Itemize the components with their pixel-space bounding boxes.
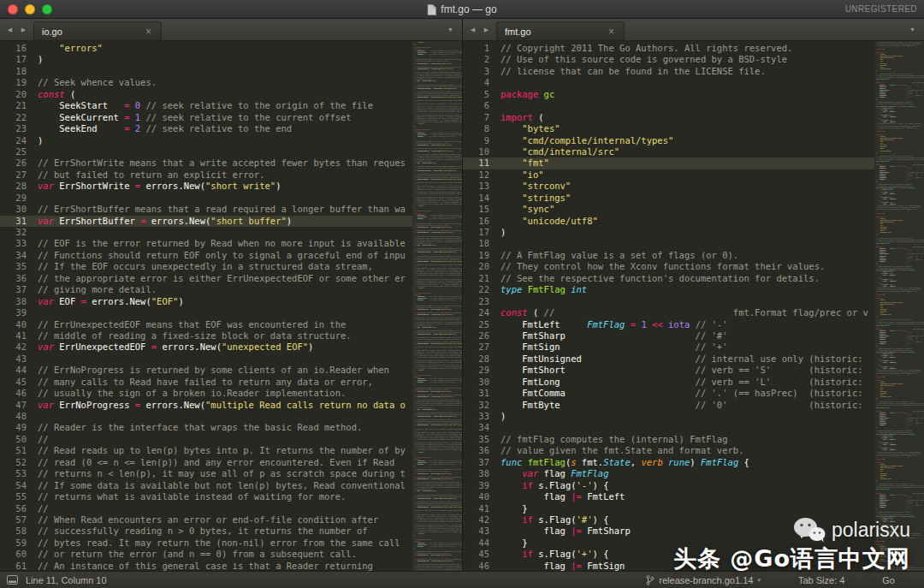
code-line[interactable]: // returns what is available instead of …: [38, 491, 412, 502]
code-line[interactable]: FmtUnsigned // internal use only (histor…: [500, 353, 874, 365]
minimize-window-button[interactable]: [25, 4, 35, 15]
code-line[interactable]: "bytes": [500, 123, 874, 134]
code-line[interactable]: // When Read encounters an error or end-…: [38, 514, 412, 526]
code-line[interactable]: func fmtFlag(s fmt.State, verb rune) Fmt…: [500, 457, 874, 468]
code-line[interactable]: // the appropriate error is either ErrUn…: [38, 273, 412, 284]
code-line[interactable]: var flag FmtFlag: [500, 468, 874, 479]
nav-forward-button[interactable]: ▶: [481, 24, 492, 36]
code-line[interactable]: ): [500, 411, 874, 422]
code-line[interactable]: "fmt": [495, 157, 874, 169]
nav-forward-button[interactable]: ▶: [18, 24, 29, 36]
code-line[interactable]: // If some data is available but not len…: [38, 480, 412, 491]
code-line[interactable]: // giving more detail.: [38, 284, 412, 295]
minimap[interactable]: // Copyright 2011 The Go Authors. All ri…: [874, 41, 924, 571]
minimap[interactable]: "errors")// Seek whence values.const ( S…: [412, 41, 462, 571]
cursor-position-status[interactable]: Line 11, Column 10: [26, 575, 107, 585]
code-line[interactable]: // returns n < len(p), it may use all of…: [38, 468, 412, 479]
panel-toggle-icon[interactable]: [7, 575, 18, 585]
code-line[interactable]: "sync": [500, 204, 874, 215]
code-line[interactable]: FmtLong // verb == 'L' (historic:: [500, 377, 874, 388]
code-line[interactable]: ): [38, 135, 412, 146]
tab-fmt-go[interactable]: fmt.go ×: [496, 21, 625, 40]
code-line[interactable]: flag |= FmtLeft: [500, 491, 874, 502]
code-line[interactable]: // ErrUnexpectedEOF means that EOF was e…: [38, 319, 412, 330]
code-line[interactable]: // A FmtFlag value is a set of flags (or…: [500, 250, 874, 261]
code-line[interactable]: "errors": [38, 43, 412, 54]
code-line[interactable]: // EOF is the error returned by Read whe…: [38, 238, 412, 249]
code-line[interactable]: "io": [500, 169, 874, 181]
code-line[interactable]: }: [500, 538, 874, 549]
tab-close-icon[interactable]: ×: [607, 25, 616, 39]
code-line[interactable]: type FmtFlag int: [500, 284, 874, 295]
code-line[interactable]: [500, 422, 874, 433]
code-line[interactable]: [500, 296, 874, 307]
code-line[interactable]: // value given the fmt.State and format …: [500, 445, 874, 456]
code-line[interactable]: "strings": [500, 193, 874, 204]
code-line[interactable]: "unicode/utf8": [500, 216, 874, 227]
code-line[interactable]: // ErrNoProgress is returned by some cli…: [38, 365, 412, 376]
tab-close-icon[interactable]: ×: [144, 25, 153, 39]
code-line[interactable]: const (: [38, 89, 412, 100]
code-line[interactable]: [500, 100, 874, 111]
code-line[interactable]: [38, 193, 412, 204]
code-line[interactable]: [38, 66, 412, 77]
tab-overflow-dropdown-icon[interactable]: ▼: [901, 23, 924, 36]
code-line[interactable]: // license that can be found in the LICE…: [500, 66, 874, 77]
code-line[interactable]: // fmtFlag computes the (internal) FmtFl…: [500, 434, 874, 445]
code-line[interactable]: if s.Flag('-') {: [500, 480, 874, 491]
code-line[interactable]: // bytes read. It may return the (non-ni…: [38, 538, 412, 549]
code-line[interactable]: [38, 227, 412, 238]
code-line[interactable]: }: [500, 503, 874, 514]
code-line[interactable]: FmtLeft FmtFlag = 1 << iota // '-': [500, 319, 874, 330]
code-line[interactable]: package gc: [500, 89, 874, 100]
code-line[interactable]: SeekEnd = 2 // seek relative to the end: [38, 123, 412, 134]
code-line[interactable]: // Read reads up to len(p) bytes into p.…: [38, 445, 412, 456]
code-line[interactable]: FmtSign // '+': [500, 342, 874, 353]
code-line[interactable]: // but failed to return an explicit erro…: [38, 169, 412, 181]
code-line[interactable]: // successfully reading n > 0 bytes, it …: [38, 526, 412, 537]
zoom-window-button[interactable]: [42, 4, 52, 15]
tab-size-setting[interactable]: Tab Size: 4: [798, 575, 844, 585]
nav-back-button[interactable]: ◀: [467, 24, 478, 36]
code-line[interactable]: if s.Flag('+') {: [500, 549, 874, 560]
code-line[interactable]: "cmd/internal/src": [500, 146, 874, 157]
code-line[interactable]: // Copyright 2011 The Go Authors. All ri…: [500, 43, 874, 54]
code-line[interactable]: var EOF = errors.New("EOF"): [38, 296, 412, 307]
code-line[interactable]: // or return the error (and n == 0) from…: [38, 549, 412, 560]
code-line[interactable]: // ErrShortWrite means that a write acce…: [38, 157, 412, 169]
code-line[interactable]: [500, 77, 874, 88]
code-line[interactable]: var ErrUnexpectedEOF = errors.New("unexp…: [38, 342, 412, 353]
code-line[interactable]: // Use of this source code is governed b…: [500, 54, 874, 65]
code-line[interactable]: // ErrShortBuffer means that a read requ…: [38, 204, 412, 215]
code-line[interactable]: // read (0 <= n <= len(p)) and any error…: [38, 457, 412, 468]
code-line[interactable]: const ( // fmt.Format flag/prec or v: [500, 307, 874, 318]
code-line[interactable]: [500, 238, 874, 249]
nav-back-button[interactable]: ◀: [4, 24, 15, 36]
code-line[interactable]: // See the respective function's documen…: [500, 273, 874, 284]
code-line[interactable]: SeekCurrent = 1 // seek relative to the …: [38, 112, 412, 123]
code-line[interactable]: // many calls to Read have failed to ret…: [38, 377, 412, 388]
code-line[interactable]: // Seek whence values.: [38, 77, 412, 88]
code-line[interactable]: var ErrShortBuffer = errors.New("short b…: [33, 216, 412, 227]
code-line[interactable]: [38, 411, 412, 422]
code-line[interactable]: "strconv": [500, 181, 874, 192]
code-line[interactable]: // They control how the Xconv functions …: [500, 261, 874, 272]
code-line[interactable]: // middle of reading a fixed-size block …: [38, 330, 412, 342]
git-branch-status[interactable]: release-branch.go1.14 ▾: [646, 575, 761, 585]
code-line[interactable]: import (: [500, 112, 874, 123]
code-line[interactable]: [38, 353, 412, 365]
code-line[interactable]: //: [38, 434, 412, 445]
code-line[interactable]: flag |= FmtSign: [500, 561, 874, 571]
tab-io-go[interactable]: io.go ×: [33, 21, 162, 40]
code-line[interactable]: //: [38, 503, 412, 514]
code-line[interactable]: if s.Flag('#') {: [500, 514, 874, 526]
syntax-selector[interactable]: Go: [882, 575, 895, 585]
tab-overflow-dropdown-icon[interactable]: ▼: [439, 23, 462, 36]
code-line[interactable]: // An instance of this general case is t…: [38, 561, 412, 571]
code-line[interactable]: FmtSharp // '#': [500, 330, 874, 342]
code-line[interactable]: // If the EOF occurs unexpectedly in a s…: [38, 261, 412, 272]
code-line[interactable]: "cmd/compile/internal/types": [500, 135, 874, 146]
code-line[interactable]: FmtByte // '0' (historic:: [500, 400, 874, 411]
code-line[interactable]: var ErrShortWrite = errors.New("short wr…: [38, 181, 412, 192]
code-line[interactable]: var ErrNoProgress = errors.New("multiple…: [38, 400, 412, 411]
